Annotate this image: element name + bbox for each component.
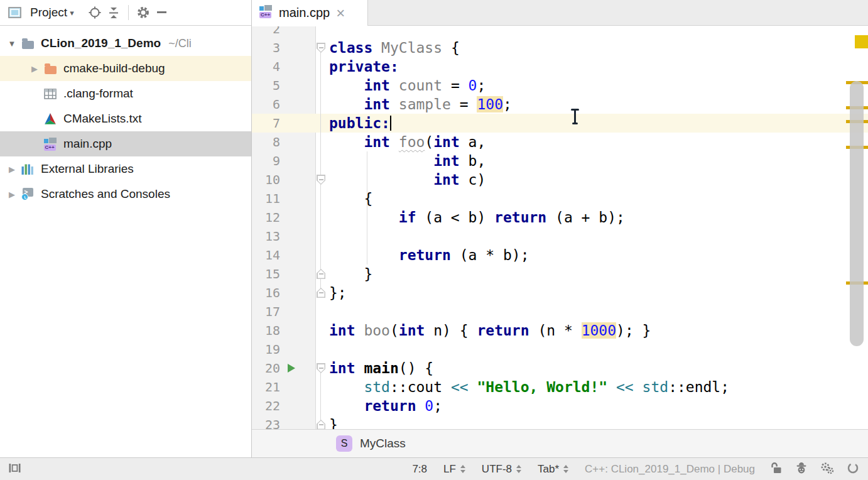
tree-item-root[interactable]: ▼CLion_2019_1_Demo~/Cli bbox=[0, 31, 251, 56]
tree-item-cmakelists[interactable]: CMakeLists.txt bbox=[0, 106, 251, 131]
code-line-18[interactable]: 18int boo(int n) { return (n * 1000); } bbox=[252, 321, 868, 340]
line-number[interactable]: 19 bbox=[252, 340, 280, 359]
code-text: std::cout << "Hello, World!" << std::end… bbox=[329, 379, 729, 395]
line-separator-widget[interactable]: LF bbox=[443, 463, 465, 476]
collapse-arrow-icon[interactable]: ▶ bbox=[26, 64, 43, 74]
code-text: int foo(int a, bbox=[329, 134, 486, 150]
editor-content: 23class MyClass {4private:5 int count = … bbox=[252, 26, 868, 429]
code-line-5[interactable]: 5 int count = 0; bbox=[252, 76, 868, 95]
line-number[interactable]: 7 bbox=[252, 114, 280, 133]
text-caret bbox=[390, 116, 391, 131]
code-line-3[interactable]: 3class MyClass { bbox=[252, 38, 868, 57]
line-number[interactable]: 15 bbox=[252, 265, 280, 283]
close-tab-icon[interactable]: × bbox=[336, 7, 345, 19]
code-text: int main() { bbox=[329, 360, 433, 376]
caret-position[interactable]: 7:8 bbox=[412, 463, 427, 476]
line-number[interactable]: 23 bbox=[252, 415, 280, 429]
code-line-12[interactable]: 12 if (a < b) return (a + b); bbox=[252, 208, 868, 227]
line-number[interactable]: 22 bbox=[252, 396, 280, 415]
line-number[interactable]: 2 bbox=[252, 26, 280, 38]
breadcrumb: S MyClass bbox=[252, 429, 868, 457]
tree-item-label: Scratches and Consoles bbox=[41, 187, 170, 201]
code-line-2[interactable]: 2 bbox=[252, 26, 868, 38]
collapse-arrow-icon[interactable]: ▶ bbox=[4, 190, 20, 199]
tree-item-label: External Libraries bbox=[41, 162, 134, 176]
tree-item-main-cpp[interactable]: C++main.cpp bbox=[0, 131, 251, 156]
vertical-scrollbar-thumb[interactable] bbox=[850, 81, 864, 346]
tab-label: main.cpp bbox=[279, 6, 330, 20]
code-line-22[interactable]: 22 return 0; bbox=[252, 396, 868, 415]
code-line-13[interactable]: 13 bbox=[252, 227, 868, 246]
collapse-arrow-icon[interactable]: ▶ bbox=[4, 165, 20, 174]
line-number[interactable]: 3 bbox=[252, 38, 280, 57]
tool-window-icon[interactable] bbox=[5, 4, 24, 21]
line-number[interactable]: 11 bbox=[252, 189, 280, 208]
line-number[interactable]: 17 bbox=[252, 302, 280, 321]
fold-marker-icon[interactable] bbox=[317, 175, 325, 185]
tree-item-label: cmake-build-debug bbox=[63, 62, 165, 75]
folder-icon bbox=[22, 41, 34, 49]
line-number[interactable]: 4 bbox=[252, 57, 280, 76]
code-line-4[interactable]: 4private: bbox=[252, 57, 868, 76]
line-number[interactable]: 5 bbox=[252, 76, 280, 95]
locate-file-icon[interactable] bbox=[85, 4, 104, 21]
code-editor[interactable]: 23class MyClass {4private:5 int count = … bbox=[252, 26, 868, 429]
code-line-11[interactable]: 11 { bbox=[252, 189, 868, 208]
tree-item-label: CMakeLists.txt bbox=[63, 112, 142, 126]
libraries-icon bbox=[21, 164, 34, 175]
expand-arrow-icon[interactable]: ▼ bbox=[4, 39, 20, 48]
chevron-down-icon[interactable]: ▾ bbox=[70, 8, 74, 18]
line-number[interactable]: 14 bbox=[252, 246, 280, 265]
indent-widget[interactable]: Tab* bbox=[538, 463, 568, 476]
code-line-21[interactable]: 21 std::cout << "Hello, World!" << std::… bbox=[252, 378, 868, 396]
code-line-19[interactable]: 19 bbox=[252, 340, 868, 359]
tool-window-switcher-icon[interactable] bbox=[9, 462, 21, 476]
fold-marker-icon[interactable] bbox=[317, 269, 325, 279]
tree-item-clang-format[interactable]: .clang-format bbox=[0, 81, 251, 106]
fold-marker-icon[interactable] bbox=[317, 363, 325, 373]
code-line-8[interactable]: 8 int foo(int a, bbox=[252, 133, 868, 151]
line-number[interactable]: 16 bbox=[252, 283, 280, 302]
tree-item-cmake-build-debug[interactable]: ▶cmake-build-debug bbox=[0, 56, 251, 81]
code-line-17[interactable]: 17 bbox=[252, 302, 868, 321]
line-number[interactable]: 6 bbox=[252, 95, 280, 114]
line-number[interactable]: 18 bbox=[252, 321, 280, 340]
code-line-20[interactable]: 20int main() { bbox=[252, 359, 868, 378]
collapse-all-icon[interactable] bbox=[104, 4, 123, 21]
fold-marker-icon[interactable] bbox=[317, 420, 325, 429]
code-line-15[interactable]: 15 } bbox=[252, 265, 868, 283]
gear-icon[interactable] bbox=[134, 4, 153, 21]
code-line-9[interactable]: 9 int b, bbox=[252, 151, 868, 170]
code-text: return (a * b); bbox=[329, 247, 529, 263]
code-line-10[interactable]: 10 int c) bbox=[252, 170, 868, 189]
code-line-16[interactable]: 16}; bbox=[252, 283, 868, 302]
code-line-14[interactable]: 14 return (a * b); bbox=[252, 246, 868, 265]
tab-main-cpp[interactable]: C++ main.cpp × bbox=[252, 0, 368, 26]
code-line-23[interactable]: 23} bbox=[252, 415, 868, 429]
line-number[interactable]: 13 bbox=[252, 227, 280, 246]
line-number[interactable]: 10 bbox=[252, 170, 280, 189]
line-number[interactable]: 9 bbox=[252, 151, 280, 170]
breadcrumb-item-myclass[interactable]: MyClass bbox=[360, 437, 406, 450]
tree-item-external-libraries[interactable]: ▶External Libraries bbox=[0, 156, 251, 182]
run-arrow-icon[interactable] bbox=[288, 364, 295, 373]
lock-open-icon[interactable] bbox=[770, 462, 783, 476]
inspection-status-square[interactable] bbox=[855, 35, 868, 48]
fold-marker-icon[interactable] bbox=[317, 43, 325, 53]
line-number[interactable]: 20 bbox=[252, 359, 280, 378]
hide-tool-window-icon[interactable] bbox=[153, 4, 171, 21]
code-line-6[interactable]: 6 int sample = 100; bbox=[252, 95, 868, 114]
code-line-7[interactable]: 7public: bbox=[252, 114, 868, 133]
notifications-icon[interactable] bbox=[847, 462, 859, 477]
line-number[interactable]: 8 bbox=[252, 133, 280, 151]
encoding-widget[interactable]: UTF-8 bbox=[482, 463, 521, 476]
tree-item-scratches[interactable]: ▶>Scratches and Consoles bbox=[0, 182, 251, 207]
code-text: return 0; bbox=[329, 398, 442, 414]
code-text: } bbox=[329, 266, 372, 282]
fold-marker-icon[interactable] bbox=[317, 288, 325, 298]
line-number[interactable]: 21 bbox=[252, 378, 280, 396]
line-number[interactable]: 12 bbox=[252, 208, 280, 227]
background-tasks-icon[interactable] bbox=[820, 462, 834, 477]
inspections-profile-icon[interactable] bbox=[795, 462, 808, 477]
project-view-title[interactable]: Project bbox=[30, 6, 67, 19]
